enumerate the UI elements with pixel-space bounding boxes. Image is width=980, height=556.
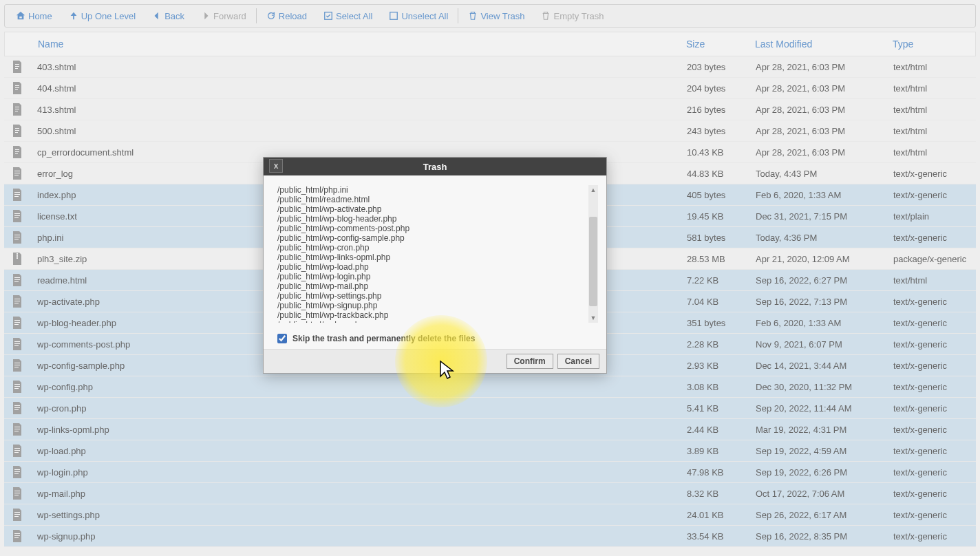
table-row[interactable]: wp-mail.php8.32 KBOct 17, 2022, 7:06 AMt… [4,483,976,504]
file-icon [4,359,30,372]
file-size: 7.04 KB [687,297,756,307]
file-size: 33.54 KB [687,531,756,542]
modal-file-list: /public_html/php.ini/public_html/readme.… [277,185,602,323]
reload-button[interactable]: Reload [258,5,315,27]
file-size: 243 bytes [687,126,756,136]
file-modified: Mar 19, 2022, 4:31 PM [756,425,893,435]
modal-list-item: /public_html/php.ini [277,185,594,195]
file-type: text/x-generic [893,425,976,435]
file-type: text/x-generic [893,361,976,371]
file-modified: Apr 21, 2020, 12:09 AM [756,254,893,264]
column-header-type[interactable]: Type [893,39,975,50]
forward-button[interactable]: Forward [193,5,255,27]
scroll-up-arrow-icon[interactable]: ▲ [588,185,598,195]
file-icon [4,509,30,521]
toolbar: Home Up One Level Back Forward Reload Se… [4,4,976,28]
table-row[interactable]: wp-load.php3.89 KBSep 19, 2022, 4:59 AMt… [4,440,976,462]
file-modified: Sep 26, 2022, 6:17 AM [756,510,893,520]
unselect-all-button[interactable]: Unselect All [381,5,456,27]
file-modified: Feb 6, 2020, 1:33 AM [756,190,893,200]
trash-modal: x Trash /public_html/php.ini/public_html… [263,157,607,374]
table-row[interactable]: wp-signup.php33.54 KBSep 16, 2022, 8:35 … [4,526,976,547]
file-type: text/html [893,147,976,158]
file-size: 8.32 KB [687,489,756,499]
scroll-down-arrow-icon[interactable]: ▼ [588,313,598,323]
table-row[interactable]: wp-cron.php5.41 KBSep 20, 2022, 11:44 AM… [4,398,976,419]
file-icon [4,295,30,308]
file-size: 2.28 KB [687,339,756,350]
reload-label: Reload [279,11,307,21]
trash-icon [541,11,551,21]
file-icon [4,402,30,414]
table-row[interactable]: wp-links-opml.php2.44 KBMar 19, 2022, 4:… [4,419,976,440]
home-button[interactable]: Home [8,5,61,27]
cancel-button[interactable]: Cancel [557,354,599,369]
forward-label: Forward [213,11,246,21]
table-row[interactable]: 500.shtml243 bytesApr 28, 2021, 6:03 PMt… [4,120,976,142]
modal-title: Trash [423,162,447,172]
file-modified: Today, 4:36 PM [756,233,893,243]
home-icon [16,11,25,21]
empty-trash-button[interactable]: Empty Trash [533,5,612,27]
back-label: Back [164,11,184,21]
table-row[interactable]: wp-login.php47.98 KBSep 19, 2022, 6:26 P… [4,462,976,483]
up-arrow-icon [69,11,78,21]
up-level-label: Up One Level [81,11,136,21]
modal-header: x Trash [264,158,606,175]
file-name: cp_errordocument.shtml [30,147,687,158]
table-row[interactable]: wp-config.php3.08 KBDec 30, 2020, 11:32 … [4,376,976,398]
modal-list-item: /public_html/wp-settings.php [277,291,594,301]
file-type: text/x-generic [893,467,976,478]
modal-scrollbar[interactable]: ▲ ▼ [588,185,598,323]
column-header-name[interactable]: Name [31,39,686,50]
file-type: text/x-generic [893,446,976,456]
modal-list-item: /public_html/wp-load.php [277,262,594,272]
file-size: 3.08 KB [687,382,756,392]
column-header-size[interactable]: Size [686,39,755,50]
modal-list-item: /public_html/wp-mail.php [277,281,594,291]
file-name: 500.shtml [30,126,687,136]
modal-list-item: /public_html/wp-comments-post.php [277,224,594,233]
file-size: 44.83 KB [687,169,756,179]
table-row[interactable]: 413.shtml216 bytesApr 28, 2021, 6:03 PMt… [4,99,976,120]
view-trash-button[interactable]: View Trash [460,5,533,27]
skip-trash-option[interactable]: Skip the trash and permanently delete th… [277,334,602,343]
file-type: text/html [893,62,976,72]
modal-list-item: /public_html/wp-signup.php [277,301,594,310]
modal-list-item: /public_html/wp-cron.php [277,243,594,253]
skip-trash-checkbox[interactable] [277,334,287,343]
modal-close-button[interactable]: x [269,159,283,173]
file-type: text/x-generic [893,190,976,200]
file-modified: Dec 14, 2021, 3:44 AM [756,361,893,371]
file-type: text/x-generic [893,510,976,520]
file-name: wp-load.php [30,446,687,456]
checkbox-empty-icon [389,11,398,21]
file-size: 351 bytes [687,318,756,328]
scroll-thumb[interactable] [589,217,597,306]
table-row[interactable]: 403.shtml203 bytesApr 28, 2021, 6:03 PMt… [4,56,976,78]
file-name: wp-links-opml.php [30,425,687,435]
up-one-level-button[interactable]: Up One Level [61,5,145,27]
empty-trash-label: Empty Trash [553,11,604,21]
table-row[interactable]: 404.shtml204 bytesApr 28, 2021, 6:03 PMt… [4,78,976,99]
file-name: wp-settings.php [30,510,687,520]
column-header-modified[interactable]: Last Modified [755,39,893,50]
file-modified: Sep 16, 2022, 8:35 PM [756,531,893,542]
file-icon [4,317,30,329]
select-all-button[interactable]: Select All [315,5,381,27]
file-icon [4,253,30,265]
trash-icon [468,11,478,21]
file-type: package/x-generic [893,254,976,264]
toolbar-separator [256,8,257,23]
file-name: wp-signup.php [30,531,687,542]
file-name: 413.shtml [30,105,687,115]
file-modified: Apr 28, 2021, 6:03 PM [756,105,893,115]
confirm-button[interactable]: Confirm [507,354,553,369]
select-all-label: Select All [336,11,372,21]
table-row[interactable]: wp-settings.php24.01 KBSep 26, 2022, 6:1… [4,504,976,526]
file-type: text/x-generic [893,297,976,307]
file-type: text/html [893,105,976,115]
file-size: 204 bytes [687,83,756,94]
back-button[interactable]: Back [144,5,193,27]
file-name: wp-login.php [30,467,687,478]
